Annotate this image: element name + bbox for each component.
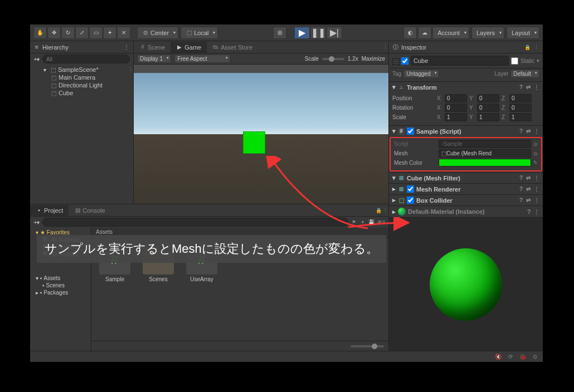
scene-item[interactable]: ▾ ⬚ SampleScene* ⋮	[30, 66, 133, 74]
step-button[interactable]: ▶|	[327, 27, 342, 39]
mesh-field[interactable]: ⬚ Cube (Mesh Rend	[439, 149, 531, 158]
autogen-icon[interactable]: ⟳	[507, 354, 514, 360]
preset-icon[interactable]: ⇄	[526, 84, 531, 90]
scale-slider[interactable]	[322, 58, 344, 60]
pivot-dropdown[interactable]: ⊙ Center	[137, 27, 178, 39]
scene-menu-icon[interactable]: ⋮	[128, 67, 133, 72]
audio-icon[interactable]: 🔇	[495, 354, 502, 360]
picker-icon[interactable]: ⊙	[533, 141, 538, 147]
scl-y[interactable]	[477, 113, 499, 121]
tab-game[interactable]: ▶Game	[171, 42, 207, 53]
preset-icon[interactable]: ⇄	[526, 175, 531, 181]
rotate-tool[interactable]: ↻	[61, 27, 75, 39]
custom-tool[interactable]: ✕	[117, 27, 130, 39]
boxcollider-header[interactable]: ▸⬚Box Collider?⇄⋮	[389, 195, 543, 205]
tab-console[interactable]: ▤Console	[69, 205, 110, 216]
help-icon[interactable]: ?	[519, 84, 523, 90]
scale-tool[interactable]: ⤢	[75, 27, 89, 39]
object-name-input[interactable]	[411, 56, 509, 66]
filter-icon[interactable]: ⚑	[351, 219, 357, 226]
meshcolor-field[interactable]	[439, 159, 531, 166]
snap-button[interactable]: ⊞	[273, 27, 286, 39]
scl-x[interactable]	[445, 113, 467, 121]
tab-assetstore[interactable]: 🛍Asset Store	[207, 42, 258, 53]
help-icon[interactable]: ?	[527, 209, 531, 215]
collab-button[interactable]: ◐	[403, 27, 417, 39]
hierarchy-item-camera[interactable]: ⬚Main Camera	[30, 74, 133, 81]
component-enabled-checkbox[interactable]	[407, 128, 414, 135]
menu-icon[interactable]: ⋮	[534, 175, 539, 181]
panel-menu-icon[interactable]: ⋮	[533, 44, 539, 51]
lock-icon[interactable]: 🔒	[375, 207, 382, 214]
hierarchy-search[interactable]	[42, 55, 130, 63]
transform-header[interactable]: ▾ ⛬ Transform ?⇄⋮	[389, 82, 543, 92]
tab-project[interactable]: ▪Project	[30, 205, 69, 216]
transform-tool[interactable]: ✦	[103, 27, 116, 39]
active-checkbox[interactable]	[401, 57, 408, 65]
panel-menu-icon[interactable]: ⋮	[382, 44, 388, 51]
sample-header[interactable]: ▾ # Sample (Script) ?⇄⋮	[389, 126, 543, 136]
static-checkbox[interactable]	[511, 57, 518, 65]
hidden-count[interactable]: 👁9	[377, 219, 385, 225]
layers-dropdown[interactable]: Layers	[471, 27, 504, 39]
menu-icon[interactable]: ⋮	[534, 209, 539, 215]
pos-z[interactable]	[509, 94, 532, 102]
assets-folder[interactable]: ▾ ▪ Assets	[30, 275, 91, 282]
hierarchy-item-light[interactable]: ⬚Directional Light	[30, 81, 133, 89]
handle-dropdown[interactable]: ⬚ Local	[181, 27, 218, 39]
help-icon[interactable]: ?	[519, 175, 523, 181]
hand-tool[interactable]: ✋	[33, 27, 47, 39]
preset-icon[interactable]: ⇄	[526, 186, 531, 192]
panel-menu-icon[interactable]: ⋮	[382, 207, 388, 214]
save-icon[interactable]: 💾	[368, 219, 375, 226]
aspect-dropdown[interactable]: Free Aspect	[174, 55, 230, 63]
play-button[interactable]: ▶	[294, 27, 310, 39]
help-icon[interactable]: ?	[519, 186, 523, 192]
account-dropdown[interactable]: Account	[432, 27, 469, 39]
pos-y[interactable]	[477, 94, 499, 102]
layout-dropdown[interactable]: Layout	[507, 27, 539, 39]
menu-icon[interactable]: ⋮	[534, 186, 539, 192]
scl-z[interactable]	[509, 113, 532, 121]
rot-x[interactable]	[445, 104, 467, 112]
static-dropdown-icon[interactable]: ▾	[537, 58, 539, 63]
move-tool[interactable]: ✥	[47, 27, 61, 39]
meshfilter-header[interactable]: ▾⊞Cube (Mesh Filter)?⇄⋮	[389, 173, 543, 183]
filter-icon[interactable]: ✦	[359, 219, 366, 226]
material-header[interactable]: ▸Default-Material (Instance)?⋮	[389, 206, 543, 217]
tab-scene[interactable]: #Scene	[134, 42, 171, 53]
add-icon[interactable]: +▾	[33, 219, 40, 226]
menu-icon[interactable]: ⋮	[534, 128, 539, 134]
lock-icon[interactable]: 🔒	[524, 44, 531, 51]
pause-button[interactable]: ❚❚	[310, 27, 326, 39]
help-icon[interactable]: ?	[519, 128, 523, 134]
thumb-size-slider[interactable]	[351, 345, 384, 347]
scenes-folder[interactable]: ▪ Scenes	[30, 282, 91, 289]
hierarchy-item-cube[interactable]: ⬚Cube	[30, 89, 133, 97]
meshrenderer-header[interactable]: ▸⊞Mesh Renderer?⇄⋮	[389, 184, 543, 194]
rot-y[interactable]	[477, 104, 499, 112]
menu-icon[interactable]: ⋮	[534, 84, 539, 90]
preset-icon[interactable]: ⇄	[526, 128, 531, 134]
cloud-button[interactable]: ☁	[418, 27, 431, 39]
project-search[interactable]	[42, 218, 348, 227]
display-dropdown[interactable]: Display 1	[137, 55, 171, 63]
component-enabled-checkbox[interactable]	[407, 197, 414, 204]
packages-folder[interactable]: ▸ ▪ Packages	[30, 289, 91, 296]
status-icon[interactable]: ⊙	[532, 354, 538, 360]
picker-icon[interactable]: ⊙	[533, 151, 538, 156]
add-icon[interactable]: +▾	[33, 56, 40, 62]
debug-icon[interactable]: 🐞	[519, 354, 526, 360]
panel-menu-icon[interactable]: ⋮	[123, 44, 130, 51]
rect-tool[interactable]: ▭	[89, 27, 103, 39]
layer-dropdown[interactable]: Default	[510, 70, 539, 78]
script-field[interactable]: ▫ Sample	[439, 140, 531, 148]
preset-icon[interactable]: ⇄	[526, 197, 531, 203]
eyedropper-icon[interactable]: ✎	[533, 160, 538, 165]
tag-dropdown[interactable]: Untagged	[403, 70, 439, 78]
menu-icon[interactable]: ⋮	[534, 197, 539, 203]
maximize-label[interactable]: Maximize	[362, 56, 385, 62]
rot-z[interactable]	[509, 104, 532, 112]
help-icon[interactable]: ?	[519, 197, 523, 203]
pos-x[interactable]	[445, 94, 467, 102]
